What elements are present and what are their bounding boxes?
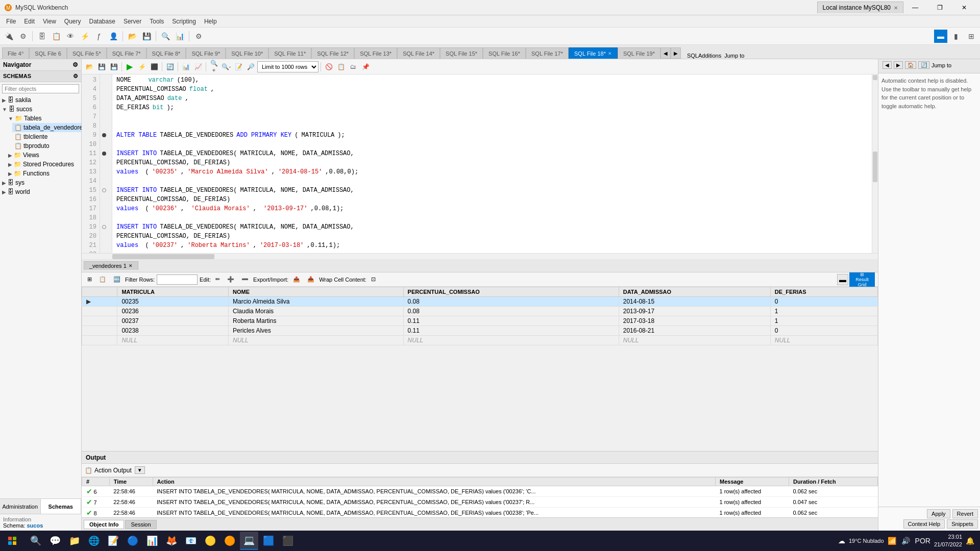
tb-layout1[interactable]: ▬ [934, 30, 947, 43]
sql-tab-file9[interactable]: SQL File 9* [186, 47, 226, 59]
menu-database[interactable]: Database [85, 17, 119, 26]
tree-tbproduto[interactable]: 📋 tbproduto [12, 141, 81, 151]
tb-inspector[interactable]: 🔍 [159, 30, 172, 43]
maximize-btn[interactable]: ❐ [928, 0, 951, 15]
result-edit-icon[interactable]: ✏ [213, 274, 223, 284]
schemas-tab[interactable]: Schemas [41, 499, 82, 514]
list-item[interactable]: ✔ 6 22:58:46 INSERT INTO TABELA_DE_VENDE… [82, 486, 878, 497]
instance-tab-close[interactable]: ✕ [894, 5, 898, 11]
menu-scripting[interactable]: Scripting [168, 17, 200, 26]
result-collapse-btn[interactable]: ▬ [837, 274, 848, 285]
result-import[interactable]: 📥 [305, 274, 317, 284]
tb-save[interactable]: 💾 [140, 30, 153, 43]
tray-notifications[interactable]: 🔔 [964, 537, 976, 545]
tray-volume[interactable]: 🔊 [900, 537, 912, 545]
sql-zoom-in[interactable]: 🔍+ [208, 61, 219, 72]
sql-visual-explain-btn[interactable]: 📈 [192, 61, 204, 72]
result-delete-row[interactable]: ➖ [239, 274, 251, 284]
sql-tab-file19[interactable]: SQL File 19* [618, 47, 660, 59]
filter-input[interactable] [2, 84, 79, 93]
schemas-settings-icon[interactable]: ⚙ [73, 73, 78, 80]
rp-forward-btn[interactable]: ▶ [894, 61, 903, 69]
sql-tab-file15[interactable]: SQL File 15* [440, 47, 483, 59]
result-field-types-icon[interactable]: 🔤 [111, 274, 123, 284]
sql-refresh-btn[interactable]: 🔄 [164, 61, 176, 72]
result-wrap[interactable]: ⊡ [369, 274, 378, 284]
col-de-ferias[interactable]: DE_FERIAS [770, 287, 877, 297]
sql-format-btn[interactable]: 📝 [233, 61, 244, 72]
taskbar-search[interactable]: 🔍 [27, 532, 45, 550]
sql-toggle-output[interactable]: 📋 [335, 61, 347, 72]
sql-toggle-result[interactable]: 🗂 [348, 61, 359, 72]
menu-view[interactable]: View [39, 17, 60, 26]
tray-weather[interactable]: ☁ [837, 537, 847, 545]
taskbar-excel[interactable]: 📊 [143, 532, 161, 550]
menu-query[interactable]: Query [60, 17, 85, 26]
result-tab-close[interactable]: ✕ [129, 263, 133, 268]
result-tab-vendedores[interactable]: _vendedores 1 ✕ [84, 261, 138, 270]
limit-select[interactable]: Limit to 1000 rows Don't Limit Limit to … [257, 61, 318, 72]
object-info-tab[interactable]: Object Info [84, 520, 124, 529]
menu-server[interactable]: Server [119, 17, 145, 26]
list-item[interactable]: ✔ 8 22:58:46 INSERT INTO TABELA_DE_VENDE… [82, 508, 878, 518]
close-btn[interactable]: ✕ [952, 0, 976, 15]
taskbar-notepad[interactable]: 📝 [104, 532, 122, 550]
menu-edit[interactable]: Edit [20, 17, 39, 26]
taskbar-firefox[interactable]: 🦊 [162, 532, 181, 550]
sql-explain-btn[interactable]: 📊 [180, 61, 191, 72]
tree-functions[interactable]: ▶ 📁 Functions [6, 169, 81, 178]
sql-zoom-out[interactable]: 🔍- [220, 61, 232, 72]
tree-sakila[interactable]: ▶ 🗄 sakila [0, 95, 81, 105]
taskbar-word[interactable]: 🟡 [201, 532, 219, 550]
rp-back-btn[interactable]: ◀ [883, 61, 892, 69]
tb-layout2[interactable]: ▮ [949, 30, 963, 43]
col-data-admissao[interactable]: DATA_ADMISSAO [619, 287, 770, 297]
tb-layout3[interactable]: ⊞ [965, 30, 978, 43]
sql-find-btn[interactable]: 🔎 [245, 61, 256, 72]
col-nome[interactable]: NOME [229, 287, 404, 297]
editor-vscroll[interactable] [872, 74, 878, 253]
sql-tab-file13[interactable]: SQL File 13* [354, 47, 397, 59]
col-matricula[interactable]: MATRICULA [117, 287, 229, 297]
tb-open-file[interactable]: 📂 [126, 30, 139, 43]
taskbar-edge[interactable]: 🌐 [85, 532, 103, 550]
snippets-btn[interactable]: Snippets [947, 519, 978, 529]
sql-run-btn[interactable]: ▶ [124, 61, 135, 72]
tb-new-schema[interactable]: 🗄 [35, 30, 48, 43]
action-output-dropdown[interactable]: ▼ [135, 466, 145, 474]
tree-views[interactable]: ▶ 📁 Views [6, 151, 81, 160]
sql-open-btn[interactable]: 📂 [84, 61, 95, 72]
sql-stop-script[interactable]: 🚫 [323, 61, 334, 72]
taskbar-blue1[interactable]: 🔵 [124, 532, 142, 550]
sql-tab-file5[interactable]: SQL File 5* [67, 47, 107, 59]
start-button[interactable] [0, 531, 24, 551]
editor-hscroll[interactable] [82, 253, 878, 259]
sql-tabs-nav-right[interactable]: ▶ [671, 47, 681, 59]
sql-toggle-sidebar[interactable]: 📌 [360, 61, 371, 72]
sql-tab-file8[interactable]: SQL File 8* [146, 47, 186, 59]
tree-stored-procs[interactable]: ▶ 📁 Stored Procedures [6, 160, 81, 169]
apply-btn[interactable]: Apply [927, 509, 950, 518]
instance-tab[interactable]: Local instance MySQL80 ✕ [817, 2, 903, 13]
rp-home-btn[interactable]: 🏠 [905, 61, 916, 69]
sql-tab-file6[interactable]: SQL File 6 [29, 47, 67, 59]
sql-tab-file11[interactable]: SQL File 11* [268, 47, 311, 59]
minimize-btn[interactable]: — [903, 0, 927, 15]
sql-stop-btn[interactable]: ⬛ [149, 61, 160, 72]
tree-sucos[interactable]: ▼ 🗄 sucos [0, 105, 81, 114]
tb-performance[interactable]: 📊 [173, 30, 186, 43]
tb-new-proc[interactable]: ⚡ [78, 30, 91, 43]
table-row[interactable]: 00236 Claudia Morais 0.08 2013-09-17 1 [82, 307, 878, 316]
table-row[interactable]: ▶ 00235 Marcio Almeida Silva 0.08 2014-0… [82, 297, 878, 307]
sql-tabs-nav-left[interactable]: ◀ [660, 47, 671, 59]
taskbar-explorer[interactable]: 📁 [65, 532, 84, 550]
result-export[interactable]: 📤 [290, 274, 303, 284]
taskbar-mysql[interactable]: 💻 [240, 532, 258, 550]
tray-language[interactable]: POR [914, 537, 932, 545]
administration-tab[interactable]: Administration [0, 499, 41, 514]
sql-tab-file14[interactable]: SQL File 14* [397, 47, 440, 59]
sql-save-btn[interactable]: 💾 [96, 61, 107, 72]
tb-new-view[interactable]: 👁 [64, 30, 77, 43]
tb-settings[interactable]: ⚙ [192, 30, 205, 43]
sql-tab-file18[interactable]: SQL File 18*✕ [569, 47, 618, 59]
